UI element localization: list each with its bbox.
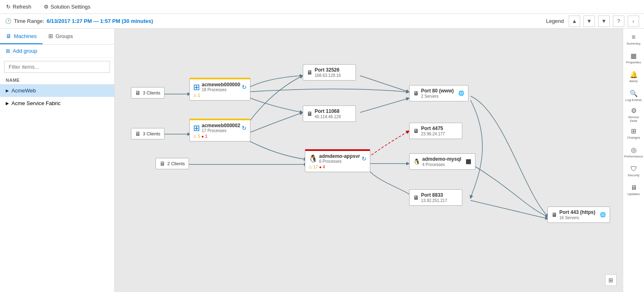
sync-icon-1: ↻ [242, 84, 247, 90]
tab-machines[interactable]: 🖥 Machines [0, 29, 43, 44]
solution-settings-label: Solution Settings [51, 4, 91, 10]
time-bar: 🕐 Time Range: 6/13/2017 1:27 PM — 1:57 P… [0, 14, 644, 29]
node-admdemo-appsvr[interactable]: 🐧 admdemo-appsvr 6 Processes ↻ ⚠ 17 ● 4 [305, 149, 370, 172]
port-icon-443: 🖥 [552, 211, 557, 218]
map-area: 🖥 3 Clients 🖥 3 Clients 🖥 2 Clients ⊞ ac… [115, 29, 623, 292]
external-icon-mysql: ⬛ [466, 159, 471, 164]
help-button[interactable]: ? [613, 16, 624, 27]
service-desk-icon: ⚙ [631, 107, 637, 115]
clients-1-label: 3 Clients [143, 90, 160, 95]
expand-down-button[interactable]: ▼ [583, 16, 595, 27]
port-443-title: Port 443 (https) [559, 209, 595, 215]
port-32526-sub: 168.63.129.16 [315, 73, 341, 78]
security-icon: 🛡 [630, 165, 637, 173]
service-desk-button[interactable]: ⚙ Service Desk [625, 106, 643, 124]
performance-icon: ◎ [631, 146, 637, 154]
main-layout: 🖥 Machines ⊞ Groups ⊞ Add group NAME ▶ A… [0, 29, 644, 292]
alerts-label: Alerts [629, 79, 637, 83]
port-8833-title: Port 8833 [421, 192, 447, 198]
map-fit-button[interactable]: ⊞ [605, 274, 617, 286]
client-node-2[interactable]: 🖥 3 Clients [131, 128, 164, 139]
add-group-label: Add group [13, 48, 37, 54]
sync-icon-3: ↻ [362, 155, 367, 162]
client-node-1[interactable]: 🖥 3 Clients [131, 87, 164, 99]
summary-icon: ≡ [632, 34, 635, 41]
alerts-icon: 🔔 [630, 71, 638, 79]
linux-icon-mysql: 🐧 [413, 158, 420, 165]
port-4475-title: Port 4475 [421, 126, 445, 131]
port-8833-sub: 13.92.251.217 [421, 198, 447, 203]
node-port-80[interactable]: 🖥 Port 80 (www) 2 Servers 🌐 [409, 85, 468, 101]
close-panel-button[interactable]: ‹ [628, 16, 639, 27]
error-badge-3: ● 4 [319, 165, 325, 169]
port-80-title: Port 80 (www) [421, 88, 454, 94]
properties-icon: ▦ [630, 52, 637, 60]
port-11068-title: Port 11068 [315, 108, 341, 114]
sidebar-item-acmeweb[interactable]: ▶ AcmeWeb [0, 84, 114, 97]
list-header: NAME [0, 76, 114, 84]
client-node-3[interactable]: 🖥 2 Clients [155, 158, 189, 169]
svg-line-6 [471, 200, 548, 219]
external-icon-443: 🌐 [600, 212, 606, 218]
port-icon-80: 🖥 [413, 90, 419, 97]
changes-icon: ⊞ [631, 127, 636, 135]
node-acmeweb000000[interactable]: ⊞ acmeweb000000 18 Processes ↻ ⚠ 1 [189, 78, 250, 101]
refresh-label: Refresh [13, 4, 32, 10]
log-events-label: Log Events [625, 98, 642, 102]
tab-groups[interactable]: ⊞ Groups [43, 29, 79, 44]
summary-button[interactable]: ≡ Summary [625, 30, 643, 48]
alerts-button[interactable]: 🔔 Alerts [625, 68, 643, 86]
clients-icon-2: 🖥 [135, 130, 141, 137]
port-icon-8833: 🖥 [413, 194, 419, 201]
acmeweb000000-processes: 18 Processes [202, 88, 240, 92]
solution-settings-button[interactable]: ⚙ Solution Settings [42, 3, 93, 11]
port-icon-32526: 🖥 [307, 69, 313, 76]
node-admdemo-mysql[interactable]: 🐧 admdemo-mysql 4 Processes ⬛ [409, 153, 475, 170]
admdemo-appsvr-processes: 6 Processes [319, 159, 360, 164]
node-port-443[interactable]: 🖥 Port 443 (https) 16 Servers 🌐 [547, 207, 610, 223]
node-port-11068[interactable]: 🖥 Port 11068 40.114.46.128 [303, 106, 356, 122]
groups-tab-label: Groups [56, 33, 73, 39]
security-button[interactable]: 🛡 Security [625, 162, 643, 180]
service-desk-label: Service Desk [625, 115, 643, 123]
changes-button[interactable]: ⊞ Changes [625, 124, 643, 142]
sidebar-item-acme-service-fabric[interactable]: ▶ Acme Service Fabric [0, 97, 114, 110]
time-range-value: 6/13/2017 1:27 PM — 1:57 PM (30 minutes) [47, 18, 153, 24]
port-80-sub: 2 Servers [421, 94, 454, 99]
acmeweb000002-title: acmeweb000002 [202, 123, 240, 128]
port-icon-4475: 🖥 [413, 128, 419, 134]
updates-button[interactable]: 🖥 Updates [625, 181, 643, 199]
performance-button[interactable]: ◎ Performance [625, 143, 643, 161]
updates-icon: 🖥 [630, 184, 637, 191]
sync-icon-2: ↻ [242, 125, 247, 131]
node-port-4475[interactable]: 🖥 Port 4475 23.96.24.177 [409, 123, 462, 139]
node-port-32526[interactable]: 🖥 Port 32526 168.63.129.16 [303, 64, 356, 81]
filter-input[interactable] [4, 61, 110, 73]
summary-label: Summary [626, 42, 640, 45]
chevron-down-icon: ▶ [6, 88, 9, 93]
warning-badge-1: ⚠ 1 [193, 93, 200, 98]
refresh-button[interactable]: ↻ Refresh [4, 3, 34, 11]
clients-2-label: 3 Clients [143, 131, 160, 136]
right-panel: ≡ Summary ▦ Properties 🔔 Alerts 🔍 Log Ev… [623, 29, 644, 292]
expand-up-button[interactable]: ▲ [569, 16, 580, 27]
toolbar: ↻ Refresh ⚙ Solution Settings [0, 0, 644, 14]
clock-icon: 🕐 [5, 18, 11, 24]
time-range-label: Time Range: [14, 18, 44, 24]
log-events-button[interactable]: 🔍 Log Events [625, 87, 643, 105]
tabs-row: 🖥 Machines ⊞ Groups [0, 29, 114, 45]
refresh-icon: ↻ [6, 4, 11, 10]
admdemo-appsvr-title: admdemo-appsvr [319, 153, 360, 159]
clients-icon-3: 🖥 [160, 160, 165, 167]
properties-button[interactable]: ▦ Properties [625, 49, 643, 67]
groups-icon: ⊞ [48, 33, 53, 39]
time-range: 🕐 Time Range: 6/13/2017 1:27 PM — 1:57 P… [5, 18, 153, 24]
error-badge-2: ● 1 [201, 134, 207, 139]
port-443-sub: 16 Servers [559, 216, 595, 220]
filter-button[interactable]: ▼ [598, 16, 610, 27]
log-events-icon: 🔍 [630, 90, 638, 97]
add-group-button[interactable]: ⊞ Add group [0, 45, 114, 58]
node-port-8833[interactable]: 🖥 Port 8833 13.92.251.217 [409, 189, 462, 206]
node-acmeweb000002[interactable]: ⊞ acmeweb000002 17 Processes ↻ ⚠ 5 ● 1 [189, 119, 250, 142]
chevron-right-icon: ▶ [6, 101, 9, 106]
